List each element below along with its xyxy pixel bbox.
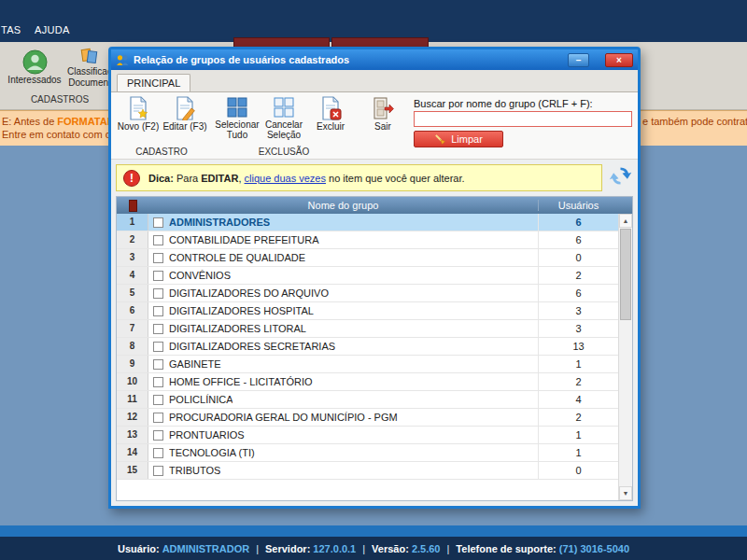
table-row[interactable]: 8 DIGITALIZADORES SECRETARIAS 13 xyxy=(117,338,618,356)
group-name: DIGITALIZADORES SECRETARIAS xyxy=(169,341,335,352)
delete-button[interactable]: Excluir xyxy=(307,94,354,132)
header-users[interactable]: Usuários xyxy=(538,200,618,211)
table-row[interactable]: 11 POLICLÍNICA 4 xyxy=(117,391,618,409)
row-checkbox[interactable] xyxy=(153,271,163,281)
hint-bar: ! Dica: Para EDITAR, clique duas vezes n… xyxy=(116,164,602,191)
table-row[interactable]: 14 TECNOLOGIA (TI) 1 xyxy=(117,444,618,462)
menu-item-ferramentas[interactable]: TAS xyxy=(1,24,21,35)
users-count: 6 xyxy=(538,285,618,301)
scrollbar-track[interactable] xyxy=(619,321,632,486)
row-checkbox[interactable] xyxy=(153,448,163,458)
table-row[interactable]: 15 TRIBUTOS 0 xyxy=(117,462,618,480)
row-number: 6 xyxy=(117,302,148,319)
table-row[interactable]: 1 ADMINISTRADORES 6 xyxy=(117,214,618,231)
table-row[interactable]: 10 HOME OFFICE - LICITATÓRIO 2 xyxy=(117,373,618,391)
users-count: 4 xyxy=(538,391,618,408)
group-name: PROCURADORIA GERAL DO MUNICÍPIO - PGM xyxy=(169,412,398,423)
cancel-selection-grid-icon xyxy=(273,96,295,119)
tab-principal[interactable]: PRINCIPAL xyxy=(117,74,190,91)
hint-prefix: Dica: xyxy=(148,173,174,184)
edit-button-label: Editar (F3) xyxy=(162,121,206,132)
interessados-button[interactable]: Interessados xyxy=(6,49,63,85)
row-name-cell: DIGITALIZADORES HOSPITAL xyxy=(148,302,538,319)
row-checkbox[interactable] xyxy=(153,359,163,370)
table-row[interactable]: 5 DIGITALIZADORES DO ARQUIVO 6 xyxy=(117,285,618,302)
clear-button[interactable]: Limpar xyxy=(414,131,503,147)
row-number: 7 xyxy=(117,320,148,337)
vertical-scrollbar[interactable]: ▲ ▼ xyxy=(618,214,632,500)
row-checkbox[interactable] xyxy=(153,253,163,263)
table-row[interactable]: 3 CONTROLE DE QUALIDADE 0 xyxy=(117,249,618,267)
scrollbar-thumb[interactable] xyxy=(620,229,631,320)
status-bar: Usuário: ADMINISTRADOR | Servidor: 127.0… xyxy=(0,537,747,560)
refresh-button[interactable] xyxy=(607,165,633,190)
row-checkbox[interactable] xyxy=(153,377,163,387)
row-checkbox[interactable] xyxy=(153,235,163,245)
status-separator: | xyxy=(447,543,450,554)
row-number: 4 xyxy=(117,267,148,284)
group-name: PRONTUARIOS xyxy=(169,429,245,441)
row-checkbox[interactable] xyxy=(153,395,163,405)
cancel-selection-button[interactable]: Cancelar Seleção xyxy=(261,94,307,140)
toolbar-group-exclusao: Selecionar Tudo Cancelar Seleção xyxy=(214,94,354,158)
users-count: 6 xyxy=(538,214,618,231)
users-group-icon xyxy=(116,54,129,66)
group-name: POLICLÍNICA xyxy=(169,394,233,405)
menu-item-ajuda[interactable]: AJUDA xyxy=(35,24,70,35)
close-button[interactable]: × xyxy=(605,53,633,67)
header-number-column xyxy=(117,200,148,212)
table-row[interactable]: 13 PRONTUARIOS 1 xyxy=(117,427,618,444)
group-name: CONTROLE DE QUALIDADE xyxy=(169,252,305,263)
group-name: HOME OFFICE - LICITATÓRIO xyxy=(169,376,313,387)
main-menubar: TAS AJUDA xyxy=(0,0,747,42)
group-name: TRIBUTOS xyxy=(169,465,220,476)
row-checkbox[interactable] xyxy=(153,217,163,228)
table-body-wrap: 1 ADMINISTRADORES 6 2 CONTABILIDADE PREF… xyxy=(117,214,632,500)
table-row[interactable]: 6 DIGITALIZADORES HOSPITAL 3 xyxy=(117,302,618,320)
select-all-button[interactable]: Selecionar Tudo xyxy=(214,94,261,140)
refresh-icon xyxy=(609,165,632,187)
table-row[interactable]: 2 CONTABILIDADE PREFEITURA 6 xyxy=(117,231,618,249)
search-panel: Buscar por nome do grupo (CRLF + F): Lim… xyxy=(406,94,636,158)
scroll-down-button[interactable]: ▼ xyxy=(619,486,632,500)
header-group-name[interactable]: Nome do grupo xyxy=(148,200,538,211)
row-checkbox[interactable] xyxy=(153,324,163,334)
search-label: Buscar por nome do grupo (CRLF + F): xyxy=(414,98,632,109)
row-name-cell: DIGITALIZADORES LITORAL xyxy=(148,320,538,337)
group-name: DIGITALIZADORES DO ARQUIVO xyxy=(169,287,329,299)
header-marker-icon xyxy=(129,200,137,212)
status-version-label: Versão: xyxy=(372,543,409,554)
table-row[interactable]: 9 GABINETE 1 xyxy=(117,356,618,373)
exit-door-icon xyxy=(372,96,394,120)
row-checkbox[interactable] xyxy=(153,288,163,299)
dialog-titlebar[interactable]: Relação de grupos de usuários cadastrado… xyxy=(111,49,638,70)
edit-button[interactable]: Editar (F3) xyxy=(162,94,208,132)
row-checkbox[interactable] xyxy=(153,342,163,352)
group-table-body: 1 ADMINISTRADORES 6 2 CONTABILIDADE PREF… xyxy=(117,214,618,500)
row-checkbox[interactable] xyxy=(153,306,163,316)
table-row[interactable]: 4 CONVÊNIOS 2 xyxy=(117,267,618,285)
users-count: 2 xyxy=(538,409,618,426)
status-server-label: Servidor: xyxy=(265,543,310,554)
users-count: 13 xyxy=(538,338,618,355)
row-name-cell: ADMINISTRADORES xyxy=(148,214,538,231)
status-phone-label: Telefone de suporte: xyxy=(456,543,556,554)
search-input[interactable] xyxy=(414,111,632,127)
status-user-value: ADMINISTRADOR xyxy=(162,543,250,554)
status-phone-value: (71) 3016-5040 xyxy=(559,543,629,554)
row-checkbox[interactable] xyxy=(153,430,163,441)
row-number: 8 xyxy=(117,338,148,355)
double-click-link[interactable]: clique duas vezes xyxy=(245,173,326,184)
users-count: 0 xyxy=(538,462,618,479)
exit-button[interactable]: Sair xyxy=(359,94,406,132)
minimize-button[interactable]: – xyxy=(568,53,589,67)
row-checkbox[interactable] xyxy=(153,413,163,423)
hint-editar: EDITAR xyxy=(201,173,238,184)
toolbar-caption-exclusao: EXCLUSÃO xyxy=(214,147,354,158)
row-checkbox[interactable] xyxy=(153,466,163,476)
scroll-up-button[interactable]: ▲ xyxy=(619,214,632,228)
new-button[interactable]: Novo (F2) xyxy=(115,94,162,132)
table-row[interactable]: 12 PROCURADORIA GERAL DO MUNICÍPIO - PGM… xyxy=(117,409,618,427)
group-name: GABINETE xyxy=(169,358,221,370)
table-row[interactable]: 7 DIGITALIZADORES LITORAL 3 xyxy=(117,320,618,338)
